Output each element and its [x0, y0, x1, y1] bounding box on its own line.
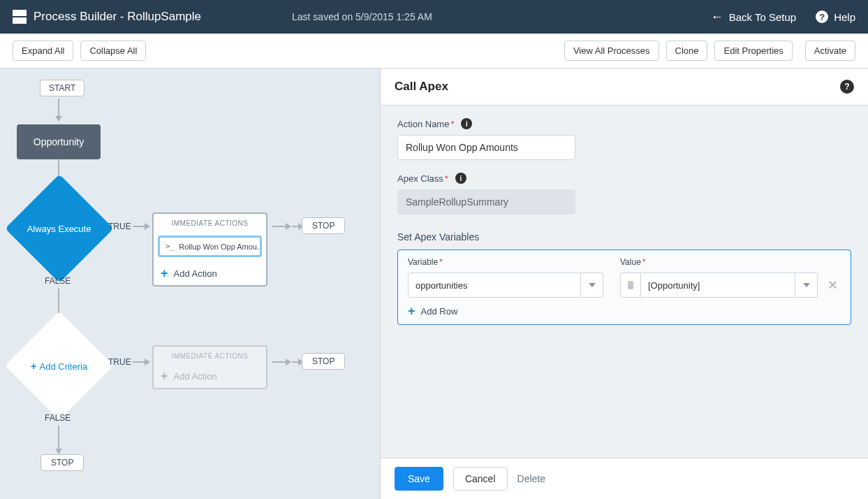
panel-header: Call Apex ?: [381, 68, 868, 106]
criteria-node-1[interactable]: Always Execute: [21, 190, 98, 267]
app-icon: [13, 10, 27, 24]
expand-all-button[interactable]: Expand All: [13, 41, 73, 61]
help-icon: ?: [816, 10, 828, 23]
add-action-1[interactable]: + Add Action: [154, 261, 266, 285]
back-to-setup-link[interactable]: ← Back To Setup: [711, 10, 796, 24]
view-all-processes-button[interactable]: View All Processes: [564, 41, 659, 61]
object-label: Opportunity: [34, 136, 84, 147]
stop-node-3[interactable]: STOP: [41, 454, 84, 471]
action-item-label: Rollup Won Opp Amou...: [179, 243, 262, 251]
criteria-label: Always Execute: [27, 223, 91, 233]
help-label: Help: [834, 11, 855, 23]
add-row-button[interactable]: + Add Row: [398, 298, 851, 317]
actions-head-1: IMMEDIATE ACTIONS: [154, 214, 266, 231]
arrow-left-icon: ←: [711, 10, 723, 24]
variable-col-label: Variable*: [408, 257, 603, 267]
object-node[interactable]: Opportunity: [17, 124, 101, 159]
cancel-button[interactable]: Cancel: [453, 467, 508, 491]
value-combo[interactable]: [Opportunity]: [620, 273, 818, 298]
edit-properties-button[interactable]: Edit Properties: [714, 41, 792, 61]
add-action-label-2: Add Action: [174, 371, 217, 382]
info-icon[interactable]: i: [461, 118, 472, 129]
action-name-input[interactable]: [397, 135, 575, 160]
true-label-1: TRUE: [108, 222, 131, 231]
plus-icon: +: [161, 267, 168, 280]
set-apex-variables-label: Set Apex Variables: [397, 231, 851, 243]
toolbar: Expand All Collapse All View All Process…: [0, 34, 868, 68]
true-label-2: TRUE: [108, 357, 131, 367]
actions-box-2: IMMEDIATE ACTIONS + Add Action: [152, 345, 267, 389]
variable-value: opportunities: [408, 273, 581, 298]
last-saved: Last saved on 5/9/2015 1:25 AM: [292, 11, 432, 22]
actions-box-1: IMMEDIATE ACTIONS >_ Rollup Won Opp Amou…: [152, 212, 267, 287]
action-item-1[interactable]: >_ Rollup Won Opp Amou...: [158, 236, 262, 257]
actions-head-2: IMMEDIATE ACTIONS: [154, 347, 266, 364]
add-action-label: Add Action: [174, 268, 217, 279]
clone-button[interactable]: Clone: [666, 41, 708, 61]
apex-class-input[interactable]: [397, 189, 575, 215]
back-label: Back To Setup: [729, 11, 796, 23]
detail-panel: Call Apex ? Action Name* i Apex Class* i…: [381, 68, 868, 499]
criteria-node-add[interactable]: +Add Criteria: [21, 327, 98, 404]
info-icon[interactable]: i: [455, 173, 466, 184]
false-label-2: FALSE: [45, 413, 71, 423]
save-button[interactable]: Save: [395, 467, 443, 491]
plus-icon: +: [408, 305, 415, 317]
help-link[interactable]: ? Help: [816, 10, 855, 23]
add-criteria-label: Add Criteria: [40, 361, 88, 372]
stop-node-2[interactable]: STOP: [302, 353, 345, 370]
help-icon[interactable]: ?: [840, 80, 854, 94]
plus-icon: +: [161, 370, 168, 382]
plus-icon: +: [31, 360, 37, 372]
flow-canvas[interactable]: START Opportunity Always Execute TRUE IM…: [0, 68, 381, 499]
chevron-down-icon[interactable]: [581, 273, 603, 298]
add-row-label: Add Row: [421, 306, 458, 317]
collapse-all-button[interactable]: Collapse All: [80, 41, 146, 61]
apex-class-label: Apex Class* i: [397, 173, 851, 184]
delete-link[interactable]: Delete: [517, 473, 545, 484]
activate-button[interactable]: Activate: [805, 41, 855, 61]
add-action-2: + Add Action: [154, 364, 266, 388]
start-node[interactable]: START: [40, 80, 84, 96]
variable-combo[interactable]: opportunities: [408, 273, 603, 298]
remove-row-button[interactable]: ✕: [825, 277, 841, 293]
value-value: [Opportunity]: [641, 273, 795, 298]
false-label-1: FALSE: [45, 276, 71, 286]
top-bar: Process Builder - RollupSample Last save…: [0, 0, 868, 34]
panel-footer: Save Cancel Delete: [381, 458, 868, 499]
apex-variables-box: Variable* opportunities Value*: [397, 249, 851, 325]
stop-node-1[interactable]: STOP: [302, 217, 345, 234]
chevron-down-icon[interactable]: [795, 273, 818, 298]
app-title: Process Builder - RollupSample: [34, 10, 201, 24]
value-col-label: Value*: [620, 257, 841, 267]
action-name-label: Action Name* i: [397, 118, 851, 129]
panel-title: Call Apex: [395, 80, 840, 94]
flow-ref-icon: [620, 273, 641, 298]
terminal-icon: >_: [165, 242, 175, 251]
